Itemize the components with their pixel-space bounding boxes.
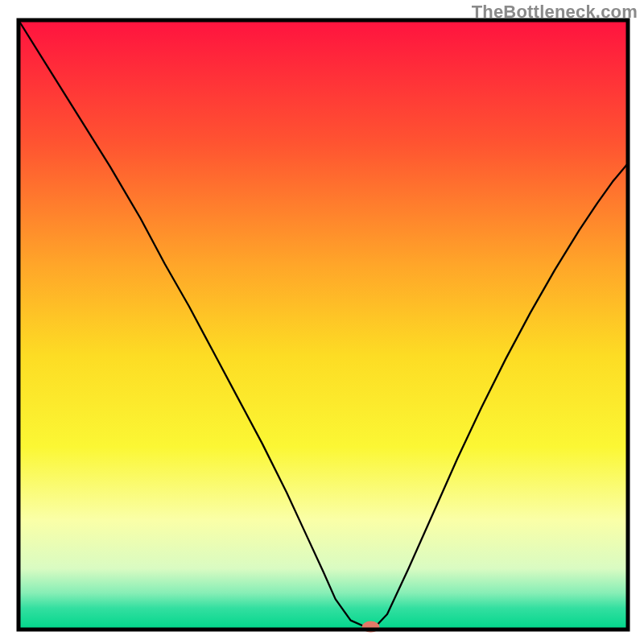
- bottleneck-chart: [0, 0, 644, 644]
- chart-background: [19, 20, 628, 630]
- watermark-text: TheBottleneck.com: [472, 2, 638, 23]
